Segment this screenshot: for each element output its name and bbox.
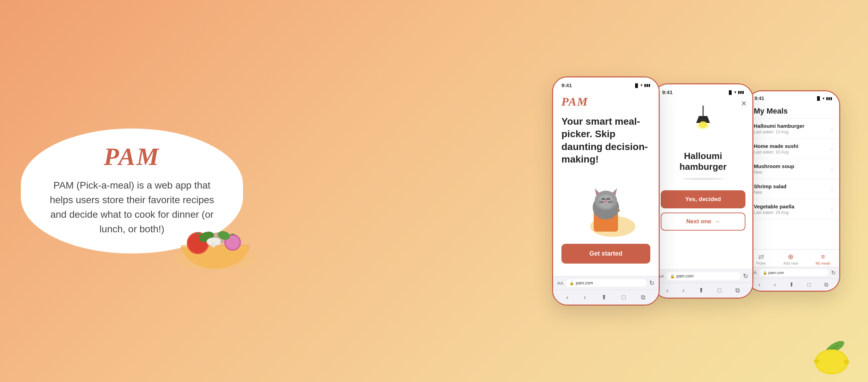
picker-tab-icon: ⇄ [758, 252, 764, 261]
svg-point-35 [844, 360, 849, 364]
svg-line-25 [608, 202, 613, 203]
p3-bookmark-icon[interactable]: □ [808, 282, 811, 288]
phone3-url: 🔒 pam.com [759, 269, 828, 276]
svg-point-21 [604, 200, 607, 202]
get-started-button[interactable]: Get started [561, 244, 650, 264]
phone-my-meals: 9:41 ▐▌ ▾ ▮▮▮ My Meals Halloumi hamburge… [746, 90, 840, 292]
p2-bookmark-icon[interactable]: □ [718, 287, 721, 294]
svg-point-34 [814, 359, 819, 363]
phone3-browser-bar: AA 🔒 pam.com ↻ [748, 267, 839, 278]
phones-section: 9:41 ▐▌ ▾ ▮▮▮ PAM Your smart meal-picker… [552, 76, 840, 306]
p2-tabs-icon[interactable]: ⧉ [735, 287, 740, 294]
phone1-pam-logo: PAM [561, 95, 650, 108]
phone1-content: PAM Your smart meal-picker. Skip dauntin… [553, 88, 659, 276]
p3-share-icon[interactable]: ⬆ [789, 281, 794, 288]
phone2-nav: ‹ › ⬆ □ ⧉ [654, 283, 752, 298]
phone2-browser-bar: AA 🔒 pam.com ↻ [654, 269, 752, 283]
tabs-icon[interactable]: ⧉ [641, 294, 645, 301]
share-icon[interactable]: ⬆ [601, 293, 607, 301]
next-arrow-icon: → [714, 218, 720, 225]
phone1-welcome-heading: Your smart meal-picker. Skip daunting de… [561, 115, 650, 166]
speech-bubble: PAM PAM (Pick-a-meal) is a web app that … [21, 128, 243, 254]
meal-name-3: Mushroom soup [754, 163, 831, 169]
add-meal-tab-icon: ⊕ [788, 252, 794, 261]
phone2-time: 9:41 [662, 89, 673, 95]
meal-item-5[interactable]: Vegetable paella Last eaten: 29 Aug › [748, 199, 839, 219]
forward-icon[interactable]: › [584, 294, 586, 301]
meal-date-2: Last eaten: 10 Aug [754, 150, 831, 155]
meal-arrow-5: › [831, 206, 833, 213]
meal-item-4[interactable]: Shrimp salad New › [748, 179, 839, 199]
bookmark-icon[interactable]: □ [622, 294, 626, 301]
meal-arrow-1: › [831, 126, 833, 132]
meal-name-4: Shrimp salad [754, 183, 831, 189]
phone2-status-icons: ▐▌ ▾ ▮▮▮ [727, 90, 744, 94]
mascot-area [561, 174, 650, 244]
meal-item-2[interactable]: Home made sushi Last eaten: 10 Aug › [748, 139, 839, 159]
app-title-left: PAM [104, 142, 160, 171]
meal-date-4: New [754, 190, 831, 195]
phone1-status-icons: ▐▌ ▾ ▮▮▮ [634, 83, 650, 88]
meal-name-1: Halloumi hamburger [754, 123, 831, 129]
phone2-screen: 9:41 ▐▌ ▾ ▮▮▮ ✕ [654, 84, 752, 298]
phone2-content: ✕ Halloumi hamburger [654, 95, 752, 269]
tab-picker[interactable]: ⇄ Picker [756, 252, 766, 265]
phone1-browser-bar: AA 🔒 pam.com ↻ [553, 276, 659, 290]
meal-date-1: Last eaten: 13 Aug [754, 130, 831, 134]
phone1-nav: ‹ › ⬆ □ ⧉ [553, 290, 659, 305]
phone3-content: My Meals Halloumi hamburger Last eaten: … [748, 101, 839, 249]
p3-back-icon[interactable]: ‹ [759, 282, 760, 288]
phone3-nav: ‹ › ⬆ □ ⧉ [748, 278, 839, 291]
my-meals-title: My Meals [748, 101, 839, 119]
meal-date-5: Last eaten: 29 Aug [754, 210, 831, 215]
my-meals-tab-icon: ≡ [821, 253, 825, 261]
svg-point-33 [816, 351, 847, 373]
p3-tabs-icon[interactable]: ⧉ [824, 282, 828, 288]
meal-item-3[interactable]: Mushroom soup New › [748, 159, 839, 179]
p2-back-icon[interactable]: ‹ [666, 287, 668, 294]
tab-add-meal[interactable]: ⊕ Add meal [783, 252, 798, 265]
next-one-label: Next one [686, 218, 711, 225]
svg-line-23 [599, 202, 603, 203]
phone-picker: 9:41 ▐▌ ▾ ▮▮▮ ✕ [653, 83, 753, 299]
phone1-url: 🔒 pam.com [566, 279, 646, 287]
phone1-time: 9:41 [561, 82, 572, 88]
phone3-status-icons: ▐▌ ▾ ▮▮▮ [816, 96, 832, 101]
p2-forward-icon[interactable]: › [682, 287, 684, 294]
tab-bar: ⇄ Picker ⊕ Add meal ≡ My meals [748, 249, 839, 267]
next-one-button[interactable]: Next one → [661, 213, 745, 231]
meal-arrow-3: › [831, 166, 833, 172]
phone3-screen: 9:41 ▐▌ ▾ ▮▮▮ My Meals Halloumi hamburge… [748, 91, 839, 291]
meal-name-2: Home made sushi [754, 143, 831, 149]
meal-arrow-4: › [831, 186, 833, 192]
add-meal-tab-label: Add meal [783, 261, 798, 265]
lamp-area [693, 95, 713, 144]
phone-welcome: 9:41 ▐▌ ▾ ▮▮▮ PAM Your smart meal-picker… [552, 76, 660, 306]
my-meals-tab-label: My meals [816, 261, 831, 265]
meal-arrow-2: › [831, 146, 833, 152]
phone2-url: 🔒 pam.com [667, 272, 740, 280]
yes-decided-button[interactable]: Yes, decided [661, 190, 745, 208]
p3-forward-icon[interactable]: › [774, 282, 776, 288]
svg-point-29 [696, 124, 710, 129]
left-section: PAM PAM (Pick-a-meal) is a web app that … [21, 128, 257, 254]
tab-my-meals[interactable]: ≡ My meals [816, 253, 831, 265]
lemon-decoration [812, 340, 854, 375]
meal-name-display: Halloumi hamburger [654, 151, 752, 172]
meal-item-1[interactable]: Halloumi hamburger Last eaten: 13 Aug › [748, 119, 839, 139]
meal-date-3: New [754, 170, 831, 175]
shadow-line [682, 178, 724, 180]
close-button[interactable]: ✕ [741, 99, 747, 108]
svg-rect-10 [212, 242, 215, 247]
p2-share-icon[interactable]: ⬆ [699, 286, 704, 294]
bowl-illustration [167, 205, 264, 281]
picker-tab-label: Picker [756, 261, 766, 265]
back-icon[interactable]: ‹ [566, 294, 568, 301]
phone1-screen: 9:41 ▐▌ ▾ ▮▮▮ PAM Your smart meal-picker… [553, 77, 659, 305]
meal-name-5: Vegetable paella [754, 204, 831, 209]
phone3-time: 9:41 [754, 96, 764, 101]
